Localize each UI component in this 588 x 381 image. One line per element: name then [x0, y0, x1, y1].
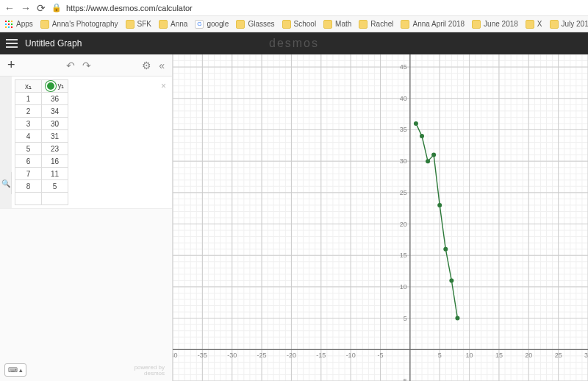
bookmark-label: July 2018 — [562, 20, 589, 28]
folder-icon — [126, 20, 135, 29]
folder-icon — [359, 20, 368, 29]
cell-x[interactable]: 1 — [15, 93, 42, 105]
cell-x[interactable]: 5 — [15, 143, 42, 155]
redo-button[interactable]: ↷ — [82, 60, 91, 71]
svg-text:35: 35 — [400, 126, 407, 133]
cell-x[interactable]: 3 — [15, 118, 42, 130]
svg-text:10: 10 — [400, 283, 407, 291]
desmos-logo: desmos — [269, 37, 319, 50]
bookmark-label: google — [207, 20, 229, 28]
search-tab[interactable]: 🔍 — [0, 172, 12, 194]
bookmark-label: Anna — [171, 20, 187, 28]
cell-y[interactable]: 23 — [42, 143, 68, 155]
bookmark-label: Anna's Photography — [52, 20, 118, 28]
bookmark-label: Anna April 2018 — [412, 20, 465, 28]
svg-point-179 — [431, 153, 436, 157]
x-column-header[interactable]: x₁ — [15, 80, 42, 93]
powered-by: powered by desmos — [135, 365, 165, 377]
cell-x[interactable]: 8 — [15, 180, 42, 193]
svg-text:-5: -5 — [377, 352, 383, 359]
bookmark-item[interactable]: June 2018 — [472, 20, 518, 29]
main-area: + ↶ ↷ ⚙ « x₁ — [0, 54, 588, 381]
keyboard-button[interactable]: ⌨ ▴ — [4, 363, 26, 377]
svg-text:-10: -10 — [346, 352, 356, 359]
bookmark-item[interactable]: Ggoogle — [195, 20, 229, 29]
cell-y[interactable]: 16 — [42, 155, 68, 168]
bookmark-item[interactable]: Anna — [159, 20, 187, 29]
graph-canvas[interactable]: -40-35-30-25-20-15-10-551015202530-55101… — [173, 54, 588, 381]
collapse-panel-button[interactable]: « — [159, 60, 165, 71]
cell-y[interactable]: 34 — [42, 105, 68, 118]
svg-text:-25: -25 — [257, 352, 267, 359]
menu-button[interactable] — [6, 39, 18, 48]
bookmark-item[interactable]: Rachel — [359, 20, 393, 29]
folder-icon — [550, 20, 559, 29]
bookmark-item[interactable]: Glasses — [236, 20, 274, 29]
url-bar[interactable]: 🔒 https://www.desmos.com/calculator — [51, 3, 584, 13]
bookmark-item[interactable]: Anna April 2018 — [401, 20, 465, 29]
svg-text:-15: -15 — [316, 352, 326, 359]
table-row[interactable]: 431 — [15, 130, 68, 143]
table-row[interactable]: 234 — [15, 105, 68, 118]
cell-y[interactable]: 36 — [42, 93, 68, 105]
reload-button[interactable]: ⟳ — [37, 3, 46, 13]
table-row[interactable]: 136 — [15, 93, 68, 105]
svg-text:25: 25 — [400, 189, 407, 196]
bookmark-item[interactable]: X — [526, 20, 542, 29]
graph-title[interactable]: Untitled Graph — [25, 38, 82, 49]
cell-y[interactable] — [42, 193, 68, 205]
back-button[interactable]: ← — [4, 3, 15, 13]
series-color-icon[interactable] — [46, 81, 56, 91]
table-row[interactable]: 523 — [15, 143, 68, 155]
bookmark-item[interactable]: SFK — [126, 20, 151, 29]
folder-icon: G — [195, 20, 204, 29]
panel-toolbar: + ↶ ↷ ⚙ « — [0, 54, 172, 76]
bookmark-label: June 2018 — [484, 20, 518, 28]
bookmark-label: SFK — [137, 20, 151, 28]
bookmark-label: Rachel — [370, 20, 393, 28]
cell-x[interactable]: 7 — [15, 168, 42, 180]
svg-text:-5: -5 — [401, 377, 407, 381]
cell-x[interactable]: 2 — [15, 105, 42, 118]
forward-button[interactable]: → — [21, 3, 31, 13]
cell-x[interactable]: 4 — [15, 130, 42, 143]
delete-expression-button[interactable]: × — [161, 81, 166, 91]
graph-area[interactable]: -40-35-30-25-20-15-10-551015202530-55101… — [173, 54, 588, 381]
settings-button[interactable]: ⚙ — [142, 60, 151, 71]
svg-point-176 — [414, 121, 418, 126]
apps-icon — [4, 20, 13, 29]
svg-point-180 — [437, 203, 442, 207]
svg-point-181 — [443, 247, 448, 252]
bookmark-item[interactable]: School — [282, 20, 317, 29]
cell-y[interactable]: 31 — [42, 130, 68, 143]
table-row[interactable]: 616 — [15, 155, 68, 168]
bookmark-bar: AppsAnna's PhotographySFKAnnaGgoogleGlas… — [0, 16, 588, 32]
svg-text:30: 30 — [584, 352, 588, 359]
cell-x[interactable]: 6 — [15, 155, 42, 168]
cell-y[interactable]: 5 — [42, 180, 68, 193]
cell-y[interactable]: 11 — [42, 168, 68, 180]
bookmark-label: X — [537, 20, 542, 28]
bookmark-item[interactable]: Math — [323, 20, 351, 29]
bookmark-item[interactable]: Apps — [4, 20, 33, 29]
cell-y[interactable]: 30 — [42, 118, 68, 130]
table-row[interactable]: 85 — [15, 180, 68, 193]
bookmark-label: Math — [335, 20, 351, 28]
table-row[interactable]: 711 — [15, 168, 68, 180]
svg-text:15: 15 — [495, 352, 503, 359]
table-row[interactable]: 330 — [15, 118, 68, 130]
add-expression-button[interactable]: + — [7, 57, 15, 73]
expression-row[interactable]: x₁ y₁ 13623433043152361671185 × — [0, 76, 172, 209]
bookmark-item[interactable]: Anna's Photography — [40, 20, 118, 29]
data-table[interactable]: x₁ y₁ 13623433043152361671185 — [15, 79, 68, 205]
svg-text:-40: -40 — [173, 352, 178, 359]
undo-button[interactable]: ↶ — [66, 60, 75, 71]
table-row-empty[interactable] — [15, 193, 68, 205]
svg-text:25: 25 — [555, 352, 562, 359]
cell-x[interactable] — [15, 193, 42, 205]
y-column-header[interactable]: y₁ — [42, 80, 68, 93]
svg-text:20: 20 — [525, 352, 532, 359]
lock-icon: 🔒 — [51, 3, 62, 13]
svg-text:-20: -20 — [287, 352, 296, 359]
bookmark-item[interactable]: July 2018 — [550, 20, 589, 29]
